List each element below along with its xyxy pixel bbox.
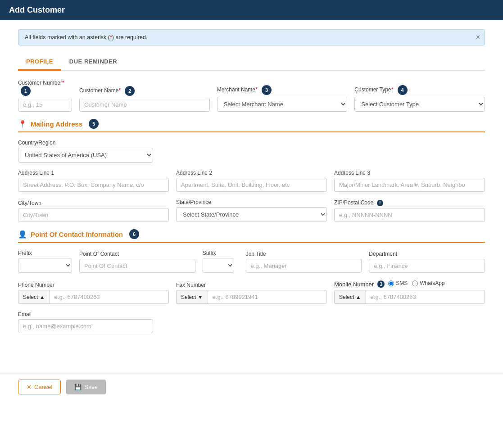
page-header: Add Customer bbox=[0, 0, 503, 20]
group-job-title: Job Title bbox=[246, 251, 362, 273]
zip-info-icon[interactable]: i bbox=[377, 200, 383, 206]
group-city: City/Town bbox=[18, 200, 169, 222]
label-mobile: Mobile Number bbox=[334, 281, 374, 288]
select-state[interactable]: Select State/Province bbox=[176, 207, 327, 222]
badge-3: 3 bbox=[262, 85, 272, 95]
label-sms[interactable]: SMS bbox=[388, 280, 408, 286]
input-zip[interactable] bbox=[334, 208, 485, 222]
phone-row: Select ▲ bbox=[18, 290, 169, 304]
group-fax: Fax Number Select ▼ bbox=[176, 282, 327, 304]
group-country: Country/Region United States of America … bbox=[18, 140, 153, 163]
label-phone: Phone Number bbox=[18, 282, 169, 288]
input-phone[interactable] bbox=[50, 290, 169, 304]
group-phone: Phone Number Select ▲ bbox=[18, 282, 169, 304]
section-poc: 👤 Point Of Contact Information 6 bbox=[18, 229, 485, 243]
group-department: Department bbox=[369, 251, 485, 273]
select-merchant-name[interactable]: Select Merchant Name bbox=[217, 97, 348, 112]
radio-sms[interactable] bbox=[388, 281, 394, 286]
mobile-info-icon[interactable]: 3 bbox=[377, 281, 385, 288]
row-customer-info: Customer Number* 1 Customer Name* 2 Merc… bbox=[18, 80, 485, 112]
label-email: Email bbox=[18, 311, 153, 317]
group-suffix: Suffix bbox=[203, 250, 239, 273]
row-email: Email bbox=[18, 311, 485, 333]
label-state: State/Province bbox=[176, 199, 327, 205]
badge-5: 5 bbox=[89, 119, 99, 129]
alert-box: All fields marked with an asterisk (*) a… bbox=[18, 29, 485, 45]
label-job-title: Job Title bbox=[246, 251, 362, 257]
input-fax[interactable] bbox=[208, 290, 327, 304]
label-city: City/Town bbox=[18, 200, 169, 206]
bottom-bar: ✕ Cancel 💾 Save bbox=[0, 372, 503, 402]
save-button[interactable]: 💾 Save bbox=[66, 380, 106, 394]
fax-select-button[interactable]: Select ▼ bbox=[176, 290, 208, 304]
location-icon: 📍 bbox=[18, 120, 27, 128]
select-customer-type[interactable]: Select Customer Type bbox=[354, 97, 485, 112]
label-whatsapp[interactable]: WhatsApp bbox=[412, 280, 444, 286]
label-customer-type: Customer Type* 4 bbox=[354, 85, 485, 95]
input-customer-number[interactable] bbox=[18, 98, 72, 112]
input-address-line3[interactable] bbox=[334, 178, 485, 192]
save-icon: 💾 bbox=[74, 384, 82, 390]
alert-close-button[interactable]: × bbox=[476, 33, 480, 41]
label-suffix: Suffix bbox=[203, 250, 239, 256]
group-address-line2: Address Line 2 bbox=[176, 170, 327, 192]
input-poc-name[interactable] bbox=[79, 259, 195, 273]
page-title: Add Customer bbox=[9, 5, 65, 14]
label-address-line2: Address Line 2 bbox=[176, 170, 327, 176]
row-address-lines: Address Line 1 Address Line 2 Address Li… bbox=[18, 170, 485, 192]
group-address-line1: Address Line 1 bbox=[18, 170, 169, 192]
group-address-line3: Address Line 3 bbox=[334, 170, 485, 192]
badge-1: 1 bbox=[21, 86, 31, 96]
alert-message: All fields marked with an asterisk (*) a… bbox=[25, 34, 147, 41]
mobile-select-button[interactable]: Select ▲ bbox=[334, 290, 366, 304]
row-city-state-zip: City/Town State/Province Select State/Pr… bbox=[18, 199, 485, 222]
label-country: Country/Region bbox=[18, 140, 153, 146]
badge-6: 6 bbox=[129, 229, 139, 239]
label-merchant-name: Merchant Name* 3 bbox=[217, 85, 348, 95]
group-customer-number: Customer Number* 1 bbox=[18, 80, 72, 112]
group-zip: ZIP/Postal Code i bbox=[334, 199, 485, 222]
section-mailing-address: 📍 Mailing Address 5 bbox=[18, 119, 485, 132]
mobile-label-row: Mobile Number 3 SMS WhatsApp bbox=[334, 280, 485, 288]
page-wrapper: Add Customer All fields marked with an a… bbox=[0, 0, 503, 448]
select-country[interactable]: United States of America (USA) bbox=[18, 148, 153, 163]
page-content: All fields marked with an asterisk (*) a… bbox=[0, 20, 503, 358]
label-prefix: Prefix bbox=[18, 250, 72, 256]
select-suffix[interactable] bbox=[203, 258, 234, 273]
group-merchant-name: Merchant Name* 3 Select Merchant Name bbox=[217, 85, 348, 112]
input-customer-name[interactable] bbox=[79, 98, 210, 112]
radio-whatsapp[interactable] bbox=[412, 281, 418, 286]
group-email: Email bbox=[18, 311, 153, 333]
select-prefix[interactable] bbox=[18, 258, 72, 273]
input-email[interactable] bbox=[18, 319, 153, 333]
row-phone-fax-mobile: Phone Number Select ▲ Fax Number Select … bbox=[18, 280, 485, 304]
phone-select-button[interactable]: Select ▲ bbox=[18, 290, 50, 304]
input-department[interactable] bbox=[369, 259, 485, 273]
fax-row: Select ▼ bbox=[176, 290, 327, 304]
label-fax: Fax Number bbox=[176, 282, 327, 288]
group-mobile: Mobile Number 3 SMS WhatsApp bbox=[334, 280, 485, 304]
mobile-row: Select ▲ bbox=[334, 290, 485, 304]
row-poc-names: Prefix Point Of Contact Suffix Job Title bbox=[18, 250, 485, 273]
input-city[interactable] bbox=[18, 208, 169, 222]
group-customer-type: Customer Type* 4 Select Customer Type bbox=[354, 85, 485, 112]
label-address-line1: Address Line 1 bbox=[18, 170, 169, 176]
input-address-line2[interactable] bbox=[176, 178, 327, 192]
label-address-line3: Address Line 3 bbox=[334, 170, 485, 176]
badge-4: 4 bbox=[398, 85, 408, 95]
badge-2: 2 bbox=[125, 86, 135, 96]
row-country: Country/Region United States of America … bbox=[18, 140, 485, 163]
input-mobile[interactable] bbox=[366, 290, 485, 304]
cancel-icon: ✕ bbox=[27, 384, 32, 390]
label-customer-name: Customer Name* 2 bbox=[79, 86, 210, 96]
asterisk: * bbox=[110, 34, 112, 41]
input-address-line1[interactable] bbox=[18, 178, 169, 192]
tab-due-reminder[interactable]: DUE REMINDER bbox=[61, 54, 125, 71]
group-state: State/Province Select State/Province bbox=[176, 199, 327, 222]
label-zip: ZIP/Postal Code i bbox=[334, 199, 485, 206]
cancel-button[interactable]: ✕ Cancel bbox=[18, 380, 61, 394]
label-department: Department bbox=[369, 251, 485, 257]
tab-profile[interactable]: PROFILE bbox=[18, 54, 61, 71]
input-job-title[interactable] bbox=[246, 259, 362, 273]
label-customer-number: Customer Number* 1 bbox=[18, 80, 72, 96]
